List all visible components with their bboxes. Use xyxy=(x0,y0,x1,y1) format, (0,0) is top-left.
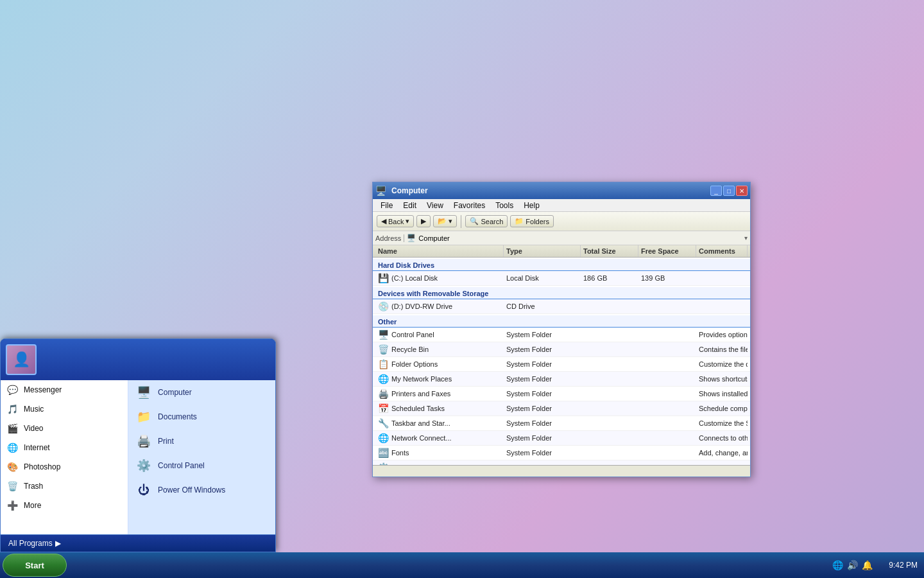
cell-total xyxy=(581,446,638,459)
cell-name: 💿(D:) DVD-RW Drive xyxy=(375,300,504,313)
folders-button[interactable]: 📁 Folders xyxy=(510,215,554,227)
menu-tools[interactable]: Tools xyxy=(490,200,518,211)
folders-label: Folders xyxy=(526,218,549,225)
cell-type: System Folder xyxy=(504,328,581,341)
photoshop-icon: 🎨 xyxy=(6,460,19,473)
menu-favorites[interactable]: Favorites xyxy=(449,200,490,211)
cell-type: System Folder xyxy=(504,358,581,371)
sidebar-item-music[interactable]: 🎵Music xyxy=(1,399,128,419)
sidebar-item-messenger[interactable]: 💬Messenger xyxy=(1,380,128,399)
search-button[interactable]: 🔍 Search xyxy=(465,215,508,227)
table-row[interactable]: 📋 Folder Options System Folder Customize… xyxy=(373,357,750,372)
tray-volume-icon: 🔊 xyxy=(847,560,858,570)
all-programs-button[interactable]: All Programs ▶ xyxy=(8,539,61,548)
cell-comment: Shows shortcuts to ... xyxy=(696,372,748,385)
trash-icon: 🗑️ xyxy=(6,480,19,493)
sidebar-item-video[interactable]: 🎬Video xyxy=(1,419,128,438)
messenger-label: Messenger xyxy=(24,385,62,394)
cell-name-text: Network Connect... xyxy=(391,434,452,442)
cell-comment: Provides options fo... xyxy=(696,328,748,341)
drive-c-icon: 💾 xyxy=(378,273,389,283)
all-programs-label: All Programs xyxy=(8,539,53,548)
menu-view[interactable]: View xyxy=(422,200,449,211)
up-button[interactable]: 📂 ▾ xyxy=(433,215,457,227)
explorer-window: 🖥️ Computer _ □ ✕ File Edit View Favorit… xyxy=(372,182,751,477)
cell-comment: Customize the Start... xyxy=(696,417,748,430)
up-icon: 📂 xyxy=(438,217,447,225)
table-row[interactable]: 💾(C:) Local Disk Local Disk 186 GB 139 G… xyxy=(373,271,750,286)
window-controls: _ □ ✕ xyxy=(710,186,748,196)
start-right-control_panel[interactable]: ⚙️Control Panel xyxy=(128,453,275,478)
table-row[interactable]: 🖨️ Printers and Faxes System Folder Show… xyxy=(373,387,750,401)
cell-total: 186 GB xyxy=(581,272,638,285)
table-row[interactable]: 🌐 Network Connect... System Folder Conne… xyxy=(373,431,750,446)
all-programs-arrow-icon: ▶ xyxy=(55,539,61,548)
menu-edit[interactable]: Edit xyxy=(398,200,422,211)
cell-total xyxy=(581,387,638,400)
start-right-documents[interactable]: 📁Documents xyxy=(128,405,275,429)
sidebar-item-photoshop[interactable]: 🎨Photoshop xyxy=(1,457,128,477)
cell-type: Local Disk xyxy=(504,272,581,285)
start-right-power_off[interactable]: ⏻Power Off Windows xyxy=(128,478,275,502)
cell-name-text: Fonts xyxy=(391,449,409,457)
sidebar-item-more[interactable]: ➕More xyxy=(1,496,128,515)
section-hard-disk-drives: Hard Disk Drives xyxy=(373,259,750,271)
menu-help[interactable]: Help xyxy=(518,200,545,211)
table-row[interactable]: 🔤 Fonts System Folder Add, change, and .… xyxy=(373,446,750,460)
col-free[interactable]: Free Space xyxy=(638,245,696,257)
video-label: Video xyxy=(24,424,43,433)
file-icon: 🖥️ xyxy=(378,329,389,340)
file-icon: 🗑️ xyxy=(378,344,389,355)
more-label: More xyxy=(24,501,41,510)
minimize-button[interactable]: _ xyxy=(710,186,722,196)
close-button[interactable]: ✕ xyxy=(736,186,748,196)
cell-type: System Folder xyxy=(504,372,581,385)
table-row[interactable]: 🗑️ Recycle Bin System Folder Contains th… xyxy=(373,342,750,357)
cell-name: 🖨️ Printers and Faxes xyxy=(375,387,504,400)
sidebar-item-trash[interactable]: 🗑️Trash xyxy=(1,477,128,496)
photoshop-label: Photoshop xyxy=(24,462,60,471)
table-row[interactable]: 📅 Scheduled Tasks System Folder Schedule… xyxy=(373,401,750,416)
folders-icon: 📁 xyxy=(515,217,524,225)
drive-d-icon: 💿 xyxy=(378,301,389,311)
col-type[interactable]: Type xyxy=(504,245,581,257)
back-button[interactable]: ◀ Back ▾ xyxy=(377,215,414,227)
table-row[interactable]: 🌐 My Network Places System Folder Shows … xyxy=(373,372,750,387)
table-row[interactable]: 🖥️ Control Panel System Folder Provides … xyxy=(373,328,750,342)
more-icon: ➕ xyxy=(6,499,19,512)
file-icon: 🔧 xyxy=(378,418,389,428)
file-icon: 🔤 xyxy=(378,448,389,458)
table-row[interactable]: ⚙️ Administrative Tools System Folder Co… xyxy=(373,460,750,465)
col-name[interactable]: Name xyxy=(375,245,504,257)
start-right-print[interactable]: 🖨️Print xyxy=(128,429,275,453)
table-row[interactable]: 💿(D:) DVD-RW Drive CD Drive xyxy=(373,299,750,314)
section-other: Other xyxy=(373,315,750,328)
window-title: Computer xyxy=(389,186,708,195)
cell-name: 📋 Folder Options xyxy=(375,358,504,371)
start-button[interactable]: Start xyxy=(3,554,67,577)
maximize-button[interactable]: □ xyxy=(723,186,735,196)
address-path[interactable]: 🖥️ Computer xyxy=(407,234,742,242)
back-dropdown-icon: ▾ xyxy=(406,217,409,225)
cell-type: System Folder xyxy=(504,432,581,444)
cell-total xyxy=(581,328,638,341)
messenger-icon: 💬 xyxy=(6,383,19,396)
file-icon: 📅 xyxy=(378,403,389,414)
cell-total xyxy=(581,358,638,371)
cell-type: System Folder xyxy=(504,446,581,459)
cell-total xyxy=(581,432,638,444)
start-menu-header: 👤 xyxy=(1,339,275,380)
table-row[interactable]: 🔧 Taskbar and Star... System Folder Cust… xyxy=(373,416,750,431)
power_off-icon: ⏻ xyxy=(135,481,153,499)
col-total[interactable]: Total Size xyxy=(581,245,638,257)
cell-total xyxy=(581,402,638,415)
forward-button[interactable]: ▶ xyxy=(416,215,431,227)
start-right-computer[interactable]: 🖥️Computer xyxy=(128,380,275,405)
address-dropdown-icon[interactable]: ▾ xyxy=(744,234,748,241)
search-icon: 🔍 xyxy=(470,217,479,225)
menu-file[interactable]: File xyxy=(375,200,398,211)
file-list-body: Hard Disk Drives 💾(C:) Local Disk Local … xyxy=(373,258,750,465)
music-label: Music xyxy=(24,405,44,414)
sidebar-item-internet[interactable]: 🌐Internet xyxy=(1,438,128,457)
cell-type: System Folder xyxy=(504,387,581,400)
